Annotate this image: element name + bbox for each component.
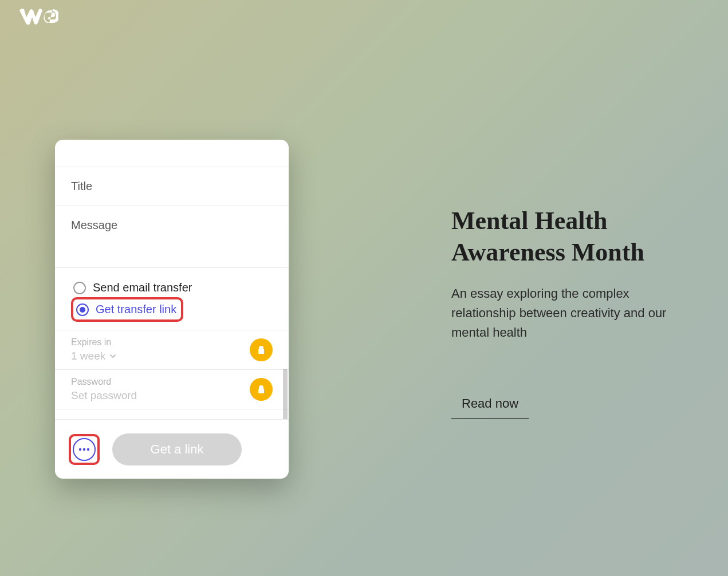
more-options-button[interactable] xyxy=(73,438,96,461)
svg-point-0 xyxy=(79,448,81,450)
highlight-get-link: Get transfer link xyxy=(71,297,183,322)
message-input[interactable] xyxy=(71,219,273,259)
get-link-button[interactable]: Get a link xyxy=(112,433,242,465)
chevron-down-icon xyxy=(109,352,117,360)
transfer-panel: Send email transfer Get transfer link Ex… xyxy=(55,140,289,479)
title-input[interactable] xyxy=(71,180,273,193)
panel-top-spacer xyxy=(55,140,289,167)
svg-point-1 xyxy=(83,448,85,450)
panel-footer: Get a link xyxy=(55,419,289,479)
radio-email-label: Send email transfer xyxy=(93,281,192,294)
lock-icon xyxy=(250,338,273,361)
radio-link-label: Get transfer link xyxy=(96,303,176,316)
promo-section: Mental Health Awareness Month An essay e… xyxy=(451,205,680,419)
expires-label: Expires in xyxy=(71,337,117,348)
password-label: Password xyxy=(71,377,137,387)
highlight-more-button xyxy=(69,434,100,465)
more-icon xyxy=(78,448,90,451)
promo-title: Mental Health Awareness Month xyxy=(451,205,680,268)
svg-point-2 xyxy=(87,448,89,450)
message-field[interactable] xyxy=(55,206,289,268)
wetransfer-logo[interactable] xyxy=(18,7,58,29)
radio-get-link[interactable]: Get transfer link xyxy=(74,300,179,319)
title-field[interactable] xyxy=(55,167,289,206)
radio-send-email[interactable]: Send email transfer xyxy=(71,278,273,297)
read-now-button[interactable]: Read now xyxy=(451,394,529,419)
expires-value: 1 week xyxy=(71,350,117,362)
password-placeholder: Set password xyxy=(71,389,137,402)
promo-subtitle: An essay exploring the complex relations… xyxy=(451,284,680,342)
transfer-type-group: Send email transfer Get transfer link xyxy=(55,268,289,330)
password-row[interactable]: Password Set password xyxy=(55,370,289,409)
lock-icon xyxy=(250,378,273,401)
expires-row[interactable]: Expires in 1 week xyxy=(55,330,289,370)
radio-icon xyxy=(76,303,89,316)
radio-icon xyxy=(73,282,86,294)
